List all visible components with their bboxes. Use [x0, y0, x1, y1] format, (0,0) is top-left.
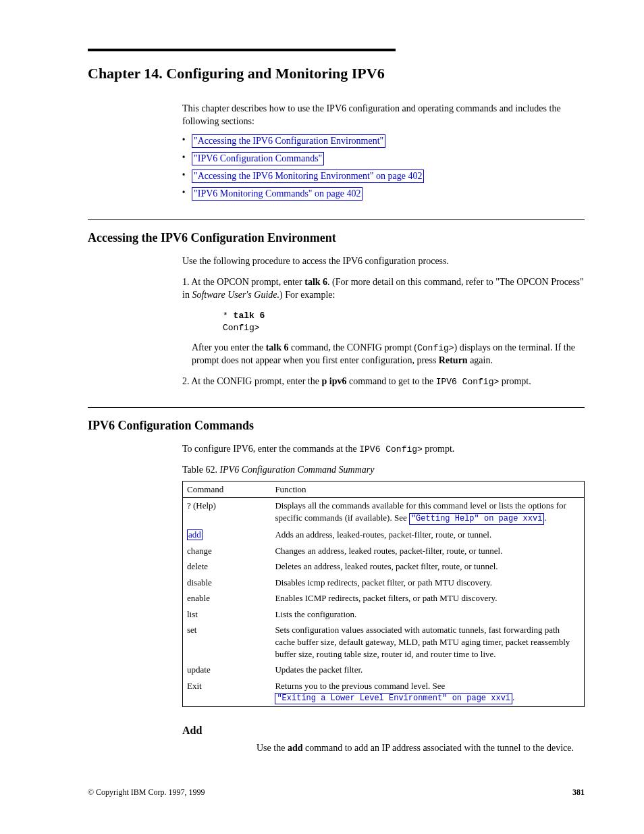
cmd-link[interactable]: add [187, 529, 203, 540]
toc-item: "Accessing the IPV6 Monitoring Environme… [182, 170, 585, 183]
table-row: change Changes an address, leaked routes… [183, 543, 585, 559]
chapter-rule [88, 49, 396, 51]
func-cell: Deletes an address, leaked routes, packe… [271, 558, 584, 575]
step-2: 2. At the CONFIG prompt, enter the p ipv… [182, 375, 585, 388]
cmd-cell: set [183, 622, 271, 662]
table-row: ? (Help) Displays all the commands avail… [183, 498, 585, 527]
toc-list: "Accessing the IPV6 Configuration Enviro… [182, 134, 585, 201]
body-text: To configure IPV6, enter the commands at… [182, 443, 585, 456]
toc-item: "IPV6 Configuration Commands" [182, 152, 585, 165]
subsection-heading-add: Add [182, 723, 585, 738]
func-cell: Lists the configuration. [271, 606, 584, 623]
func-cell: Returns you to the previous command leve… [271, 678, 584, 707]
chapter-title: Chapter 14. Configuring and Monitoring I… [88, 63, 585, 84]
cmd-cell: disable [183, 575, 271, 591]
body-text: Use the following procedure to access th… [182, 255, 585, 268]
cmd-cell: enable [183, 590, 271, 606]
table-row: set Sets configuration values associated… [183, 622, 585, 662]
body-text: After you enter the talk 6 command, the … [192, 342, 585, 367]
section-heading-config-commands: IPV6 Configuration Commands [88, 417, 585, 434]
toc-link[interactable]: "Accessing the IPV6 Monitoring Environme… [192, 170, 424, 182]
table-row: delete Deletes an address, leaked routes… [183, 558, 585, 575]
func-cell: Changes an address, leaked routes, packe… [271, 543, 584, 559]
cmd-cell: Exit [183, 678, 271, 707]
body-text: Use the add command to add an IP address… [257, 742, 585, 755]
toc-item: "IPV6 Monitoring Commands" on page 402 [182, 187, 585, 201]
step-1: 1. At the OPCON prompt, enter talk 6. (F… [182, 276, 585, 302]
cmd-cell: delete [183, 558, 271, 575]
command-summary-table: Command Function ? (Help) Displays all t… [182, 481, 585, 707]
page-number: 381 [572, 787, 585, 798]
table-row: Exit Returns you to the previous command… [183, 678, 585, 707]
cmd-cell: list [183, 606, 271, 623]
table-row: update Updates the packet filter. [183, 662, 585, 678]
toc-link[interactable]: "IPV6 Monitoring Commands" on page 402 [192, 187, 363, 200]
func-cell: Disables icmp redirects, packet filter, … [271, 575, 584, 591]
table-row: enable Enables ICMP redirects, packet fi… [183, 590, 585, 606]
section-rule [88, 219, 585, 220]
code-block: * talk 6 Config> [223, 310, 585, 334]
table-row: disable Disables icmp redirects, packet … [183, 575, 585, 591]
table-caption: Table 62. IPV6 Configuration Command Sum… [182, 464, 585, 477]
cross-ref-link[interactable]: "Exiting a Lower Level Environment" on p… [275, 693, 512, 704]
intro-paragraph: This chapter describes how to use the IP… [182, 103, 585, 128]
cross-ref-link[interactable]: "Getting Help" on page xxvi [409, 513, 544, 525]
func-cell: Enables ICMP redirects, packet filters, … [271, 590, 584, 606]
toc-link[interactable]: "Accessing the IPV6 Configuration Enviro… [192, 134, 385, 147]
toc-link[interactable]: "IPV6 Configuration Commands" [192, 152, 324, 165]
col-header-function: Function [271, 481, 584, 498]
section-rule [88, 407, 585, 408]
section-heading-accessing-config: Accessing the IPV6 Configuration Environ… [88, 230, 585, 246]
copyright-notice: © Copyright IBM Corp. 1997, 1999 [88, 787, 205, 798]
table-row: list Lists the configuration. [183, 606, 585, 623]
cmd-cell: ? (Help) [183, 498, 271, 527]
cmd-cell: add [183, 527, 271, 543]
toc-item: "Accessing the IPV6 Configuration Enviro… [182, 134, 585, 148]
func-cell: Updates the packet filter. [271, 662, 584, 678]
cmd-cell: update [183, 662, 271, 678]
func-cell: Displays all the commands available for … [271, 498, 584, 527]
cmd-cell: change [183, 543, 271, 559]
table-row: add Adds an address, leaked-routes, pack… [183, 527, 585, 543]
func-cell: Adds an address, leaked-routes, packet-f… [271, 527, 584, 543]
func-cell: Sets configuration values associated wit… [271, 622, 584, 662]
col-header-command: Command [183, 481, 271, 498]
